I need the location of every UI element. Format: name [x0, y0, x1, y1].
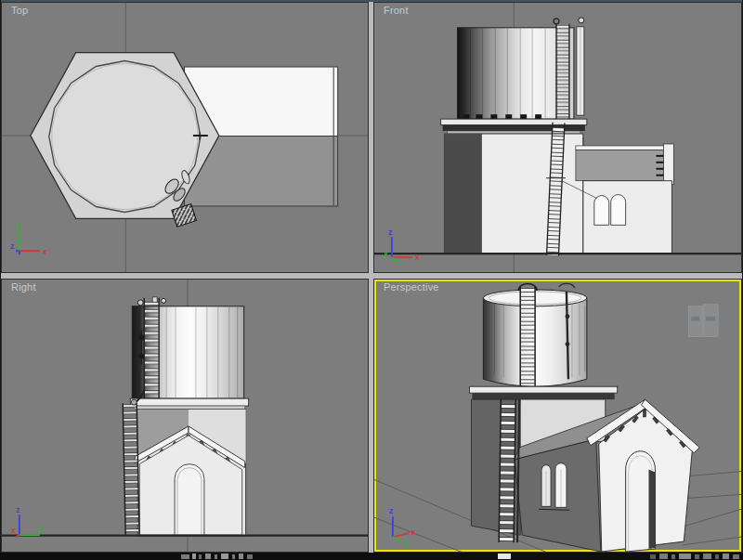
axis-tripod-icon: z x y [384, 228, 420, 262]
svg-text:y: y [16, 221, 20, 230]
viewport-label-top[interactable]: Top [11, 5, 28, 16]
svg-text:z: z [16, 505, 20, 514]
svg-text:y: y [404, 540, 409, 549]
trackbar-marks [0, 553, 743, 560]
viewport-top[interactable]: Top [1, 2, 369, 273]
viewport-right-canvas[interactable]: z y x [2, 280, 368, 552]
viewport-front-canvas[interactable]: z x y [374, 3, 741, 272]
axis-tripod-icon: z x y [389, 506, 416, 549]
svg-text:z: z [389, 506, 394, 515]
viewport-perspective-canvas[interactable]: z x y [374, 280, 741, 552]
viewport-right[interactable]: Right [1, 279, 369, 553]
svg-text:z: z [10, 241, 15, 251]
svg-text:x: x [11, 526, 16, 535]
tank-ladder-perspective[interactable] [518, 283, 537, 388]
window [594, 196, 609, 226]
application-window: Top [0, 0, 743, 560]
tank-ladder-front-view[interactable] [554, 18, 584, 123]
window-left-border [0, 0, 1, 553]
trackbar-sliver [0, 553, 743, 560]
axis-tripod-icon: y x z [10, 221, 47, 256]
ghost-box-icon [688, 305, 718, 337]
viewport-perspective[interactable]: Perspective [373, 279, 742, 553]
tower-base-front-view[interactable] [441, 119, 604, 254]
viewport-top-canvas[interactable]: y x z [2, 3, 368, 272]
window [611, 195, 626, 226]
svg-text:x: x [415, 253, 420, 262]
viewport-label-right[interactable]: Right [11, 281, 36, 293]
axis-tripod-icon: z y x [11, 505, 43, 537]
svg-text:x: x [43, 247, 47, 256]
svg-text:y: y [38, 524, 43, 533]
viewport-front[interactable]: Front [373, 2, 742, 273]
svg-text:x: x [411, 527, 416, 537]
viewport-label-perspective[interactable]: Perspective [384, 281, 439, 293]
viewport-label-front[interactable]: Front [384, 5, 409, 16]
svg-text:z: z [388, 228, 393, 237]
svg-text:y: y [384, 248, 388, 257]
arched-door [175, 464, 204, 535]
